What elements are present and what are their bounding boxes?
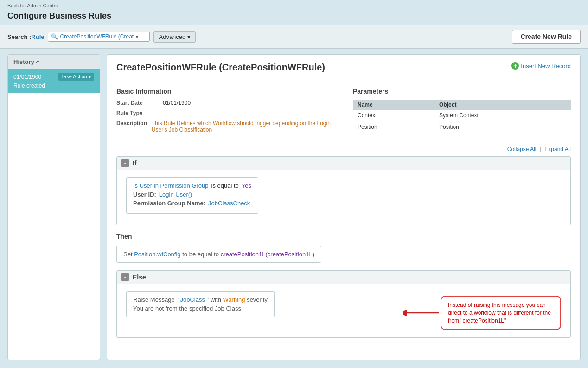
else-section-header: − Else <box>117 271 570 284</box>
start-date-row: Start Date 01/01/1900 <box>116 100 334 106</box>
collapse-expand-row: Collapse All | Expand All <box>116 146 571 152</box>
take-action-button[interactable]: Take Action ▾ <box>58 73 94 81</box>
if-section-header: − If <box>117 157 570 170</box>
if-body: Is User in Permission Group is equal to … <box>117 170 570 225</box>
collapse-all-link[interactable]: Collapse All <box>507 146 537 152</box>
raise-with: with <box>211 296 221 303</box>
raise-box: Raise Message " JobClass " with <box>126 291 275 317</box>
cond-value: Yes <box>242 182 251 189</box>
group-value: JobClassCheck <box>208 200 250 207</box>
if-label: If <box>133 159 137 167</box>
search-dropdown-icon[interactable]: ▾ <box>136 34 138 39</box>
param-name-0: Context <box>353 110 435 121</box>
basic-info-heading: Basic Information <box>116 88 334 95</box>
params-table: Name Object Context System Context Posit… <box>353 100 571 133</box>
description-row: Description This Rule Defines which Work… <box>116 120 334 133</box>
insert-new-record-link[interactable]: + Insert New Record <box>511 62 571 70</box>
advanced-dropdown-icon: ▾ <box>187 33 191 40</box>
basic-info-section: Basic Information Start Date 01/01/1900 … <box>116 88 334 137</box>
user-id-value: Login User() <box>159 191 192 198</box>
callout-arrow-icon <box>403 304 441 322</box>
callout-box: Instead of raising this message you can … <box>441 296 561 330</box>
else-label: Else <box>133 273 146 281</box>
params-col-name: Name <box>353 100 435 110</box>
raise-line1: Raise Message " JobClass " with <box>133 296 268 303</box>
param-object-1: Position <box>435 121 571 133</box>
back-link[interactable]: Back to: Admin Centre <box>7 3 581 8</box>
else-left: Raise Message " JobClass " with <box>126 291 394 317</box>
parameters-section: Parameters Name Object Context System Co… <box>353 88 571 137</box>
set-text: Set <box>123 251 133 258</box>
description-label: Description <box>116 120 152 133</box>
search-input-wrapper[interactable]: 🔍 ▾ <box>48 32 150 42</box>
sidebar-header: History « <box>8 55 100 69</box>
if-section: − If Is User in Permission Group is equa… <box>116 156 571 225</box>
table-row: Context System Context <box>353 110 571 121</box>
raise-quote1: " <box>176 296 179 303</box>
if-condition-box: Is User in Permission Group is equal to … <box>126 177 258 214</box>
else-collapse-icon[interactable]: − <box>121 273 129 281</box>
create-new-rule-button[interactable]: Create New Rule <box>512 30 581 44</box>
else-wrapper: Raise Message " JobClass " with <box>126 291 561 330</box>
param-name-1: Position <box>353 121 435 133</box>
description-value: This Rule Defines which Workflow should … <box>152 120 334 133</box>
raise-text: Raise Message <box>133 296 175 303</box>
condition-main-line: Is User in Permission Group is equal to … <box>133 182 251 189</box>
detail-panel: CreatePositionWFRule (CreatePositionWFRu… <box>107 54 581 360</box>
info-params-row: Basic Information Start Date 01/01/1900 … <box>116 88 571 137</box>
cond-operator: is equal to <box>211 182 239 189</box>
insert-record-icon: + <box>511 62 519 70</box>
table-row: Position Position <box>353 121 571 133</box>
start-date-value: 01/01/1900 <box>163 100 191 106</box>
condition-userid-line: User ID: Login User() <box>133 191 251 198</box>
raise-quote2: " <box>207 296 209 303</box>
search-label: Search :Rule <box>7 33 44 40</box>
action-value: createPosition1L(createPosition1L) <box>221 251 314 258</box>
condition-group-line: Permission Group Name: JobClassCheck <box>133 200 251 207</box>
main-content: History « 01/01/1900 Take Action ▾ Rule … <box>0 49 588 366</box>
search-bar: Search :Rule 🔍 ▾ Advanced ▾ Create New R… <box>0 25 588 49</box>
history-item: 01/01/1900 Take Action ▾ Rule created <box>8 69 100 93</box>
page-title: Configure Business Rules <box>0 9 588 25</box>
param-object-0: System Context <box>435 110 571 121</box>
rule-title: CreatePositionWFRule (CreatePositionWFRu… <box>116 62 325 73</box>
raise-severity-text: severity <box>247 296 268 303</box>
raise-jobclass: JobClass <box>180 296 205 303</box>
then-section: Then Set Position.wfConfig to be equal t… <box>116 233 571 270</box>
raise-line2-text: You are not from the specified Job Class <box>133 305 241 312</box>
search-icon: 🔍 <box>51 33 58 40</box>
params-col-object: Object <box>435 100 571 110</box>
then-label: Then <box>116 233 571 240</box>
else-body: Raise Message " JobClass " with <box>117 284 570 337</box>
expand-all-link[interactable]: Expand All <box>544 146 571 152</box>
sidebar: History « 01/01/1900 Take Action ▾ Rule … <box>7 54 100 360</box>
raise-line2: You are not from the specified Job Class <box>133 305 268 312</box>
cond-function: Is User in Permission Group <box>133 182 209 189</box>
user-id-label: User ID: <box>133 191 156 198</box>
history-date: 01/01/1900 <box>13 74 41 80</box>
raise-severity: Warning <box>223 296 245 303</box>
advanced-button[interactable]: Advanced ▾ <box>153 31 196 43</box>
history-description: Rule created <box>13 82 94 89</box>
then-action-box: Set Position.wfConfig to be equal to cre… <box>116 246 321 263</box>
action-field: Position.wfConfig <box>134 251 180 258</box>
be-equal-text: to be equal to <box>182 251 219 258</box>
search-input[interactable] <box>60 33 134 40</box>
else-section: − Else Raise Message " JobClass <box>116 270 571 338</box>
rule-type-row: Rule Type <box>116 110 334 116</box>
callout-area: Instead of raising this message you can … <box>403 296 561 330</box>
if-collapse-icon[interactable]: − <box>121 159 129 167</box>
rule-type-label: Rule Type <box>116 110 163 116</box>
parameters-heading: Parameters <box>353 88 571 95</box>
start-date-label: Start Date <box>116 100 163 106</box>
group-label: Permission Group Name: <box>133 200 205 207</box>
divider: | <box>540 146 541 152</box>
